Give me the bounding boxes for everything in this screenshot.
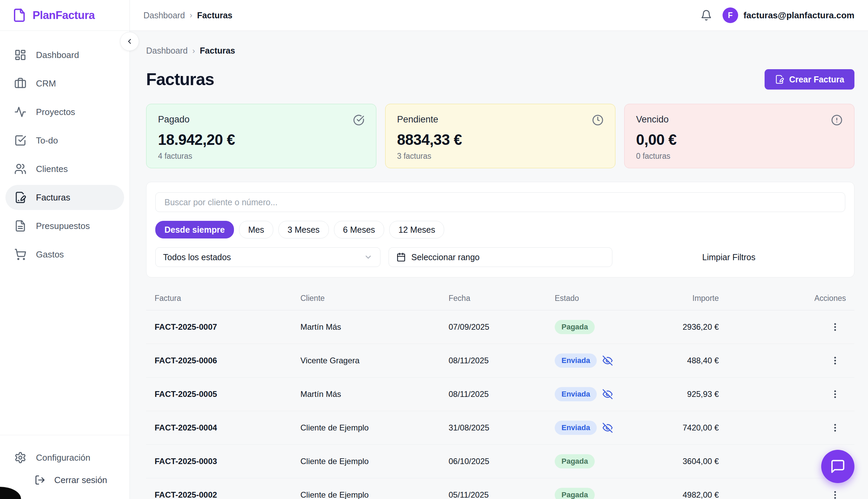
cell-cliente: Martín Más xyxy=(300,389,449,399)
breadcrumb: Dashboard › Facturas xyxy=(144,11,233,20)
row-actions-menu-button[interactable] xyxy=(828,353,843,368)
activity-icon xyxy=(14,106,26,118)
cell-fecha: 31/08/2025 xyxy=(449,423,555,433)
table-header: Factura Cliente Fecha Estado Importe Acc… xyxy=(146,286,854,311)
cell-factura: FACT-2025-0003 xyxy=(154,457,300,466)
users-icon xyxy=(14,163,26,175)
kebab-menu-icon xyxy=(830,490,840,499)
period-pill-mes[interactable]: Mes xyxy=(239,221,273,239)
row-actions-menu-button[interactable] xyxy=(828,487,843,499)
sidebar-item-presupuestos[interactable]: Presupuestos xyxy=(5,214,124,239)
app-window: PlanFactura Dashboard CRM Proyectos To-d… xyxy=(0,0,868,499)
sidebar-collapse-button[interactable] xyxy=(120,32,139,51)
stat-value: 0,00 € xyxy=(636,131,843,148)
bell-icon xyxy=(700,10,712,21)
logout-icon xyxy=(35,475,46,485)
sidebar-item-dashboard[interactable]: Dashboard xyxy=(5,42,124,68)
status-badge: Pagada xyxy=(555,454,595,468)
check-circle-icon xyxy=(353,114,364,126)
stat-label: Vencido xyxy=(636,114,669,125)
breadcrumb-parent[interactable]: Dashboard xyxy=(144,11,185,20)
create-invoice-label: Crear Factura xyxy=(789,75,844,84)
col-header-importe: Importe xyxy=(677,294,719,303)
clear-filters-button[interactable]: Limpiar Filtros xyxy=(612,252,845,262)
brand-logo[interactable]: PlanFactura xyxy=(0,0,129,31)
page-breadcrumb: Dashboard › Facturas xyxy=(146,46,854,56)
filters-panel: Desde siempre Mes 3 Meses 6 Meses 12 Mes… xyxy=(146,182,854,278)
kebab-menu-icon xyxy=(830,389,840,399)
message-square-icon xyxy=(830,459,846,474)
gear-icon xyxy=(14,451,26,464)
cell-acciones xyxy=(719,420,846,435)
table-row[interactable]: FACT-2025-0004 Cliente de Ejemplo 31/08/… xyxy=(146,411,854,445)
table-row[interactable]: FACT-2025-0006 Vicente Gragera 08/11/202… xyxy=(146,344,854,378)
invoice-table-body: FACT-2025-0007 Martín Más 07/09/2025 Pag… xyxy=(146,311,854,499)
alert-circle-icon xyxy=(831,114,843,126)
notifications-button[interactable] xyxy=(699,9,713,22)
cell-estado: Enviada xyxy=(555,387,677,401)
table-row[interactable]: FACT-2025-0002 Cliente de Ejemplo 05/11/… xyxy=(146,478,854,499)
status-select[interactable]: Todos los estados xyxy=(155,247,381,267)
cell-factura: FACT-2025-0004 xyxy=(154,423,300,433)
search-input[interactable] xyxy=(155,192,845,212)
briefcase-icon xyxy=(14,77,26,89)
avatar: F xyxy=(722,8,738,23)
logout-button[interactable]: Cerrar sesión xyxy=(5,468,124,485)
topbar-right: F facturas@planfactura.com xyxy=(699,8,854,23)
file-pen-icon xyxy=(775,75,784,84)
table-row[interactable]: FACT-2025-0005 Martín Más 08/11/2025 Env… xyxy=(146,378,854,411)
shopping-cart-icon xyxy=(14,248,26,260)
cell-estado: Enviada xyxy=(555,421,677,435)
sidebar-item-configuracion[interactable]: Configuración xyxy=(5,447,124,468)
sidebar-item-todo[interactable]: To-do xyxy=(5,128,124,153)
sidebar-item-crm[interactable]: CRM xyxy=(5,71,124,96)
eye-off-icon[interactable] xyxy=(602,422,613,433)
kebab-menu-icon xyxy=(830,355,840,366)
file-text-icon xyxy=(14,220,26,232)
stat-sub: 4 facturas xyxy=(158,151,364,161)
cell-importe: 3604,00 € xyxy=(677,457,719,466)
cell-importe: 488,40 € xyxy=(677,356,719,365)
page-title: Facturas xyxy=(146,70,214,89)
sidebar-item-gastos[interactable]: Gastos xyxy=(5,242,124,267)
create-invoice-button[interactable]: Crear Factura xyxy=(765,69,854,89)
status-badge: Enviada xyxy=(555,387,597,401)
table-row[interactable]: FACT-2025-0003 Cliente de Ejemplo 06/10/… xyxy=(146,445,854,478)
sidebar-item-facturas[interactable]: Facturas xyxy=(5,185,124,210)
row-actions-menu-button[interactable] xyxy=(828,420,843,435)
eye-off-icon[interactable] xyxy=(602,355,613,366)
eye-off-icon[interactable] xyxy=(602,389,613,400)
cell-estado: Pagada xyxy=(555,454,677,468)
chat-fab-button[interactable] xyxy=(821,450,854,483)
period-pill-12-meses[interactable]: 12 Meses xyxy=(389,221,444,239)
cell-importe: 2936,20 € xyxy=(677,322,719,332)
status-badge: Enviada xyxy=(555,353,597,368)
stat-card-vencido: Vencido 0,00 € 0 facturas xyxy=(624,104,854,168)
main-area: Dashboard › Facturas F facturas@planfact… xyxy=(130,0,868,499)
period-pill-3-meses[interactable]: 3 Meses xyxy=(278,221,328,239)
cell-fecha: 07/09/2025 xyxy=(449,322,555,332)
user-menu[interactable]: F facturas@planfactura.com xyxy=(722,8,854,23)
period-pill-desde-siempre[interactable]: Desde siempre xyxy=(155,221,234,239)
table-row[interactable]: FACT-2025-0007 Martín Más 07/09/2025 Pag… xyxy=(146,311,854,344)
sidebar-item-label: Gastos xyxy=(36,250,64,260)
page-breadcrumb-parent[interactable]: Dashboard xyxy=(146,46,187,56)
sidebar-item-clientes[interactable]: Clientes xyxy=(5,156,124,182)
row-actions-menu-button[interactable] xyxy=(828,387,843,402)
sidebar-footer: Configuración Cerrar sesión xyxy=(0,435,129,499)
date-range-picker[interactable]: Seleccionar rango xyxy=(388,247,612,267)
chevron-down-icon xyxy=(364,253,373,261)
sidebar-item-label: CRM xyxy=(36,78,56,89)
layout-dashboard-icon xyxy=(14,49,26,61)
cell-cliente: Cliente de Ejemplo xyxy=(300,423,449,433)
user-email: facturas@planfactura.com xyxy=(744,10,854,21)
kebab-menu-icon xyxy=(830,322,840,332)
invoices-table: Factura Cliente Fecha Estado Importe Acc… xyxy=(146,286,854,499)
sidebar-item-proyectos[interactable]: Proyectos xyxy=(5,99,124,124)
kebab-menu-icon xyxy=(830,423,840,433)
cell-estado: Enviada xyxy=(555,353,677,368)
row-actions-menu-button[interactable] xyxy=(828,319,843,334)
period-pill-6-meses[interactable]: 6 Meses xyxy=(334,221,384,239)
cell-factura: FACT-2025-0007 xyxy=(154,322,300,332)
col-header-cliente: Cliente xyxy=(300,294,449,303)
